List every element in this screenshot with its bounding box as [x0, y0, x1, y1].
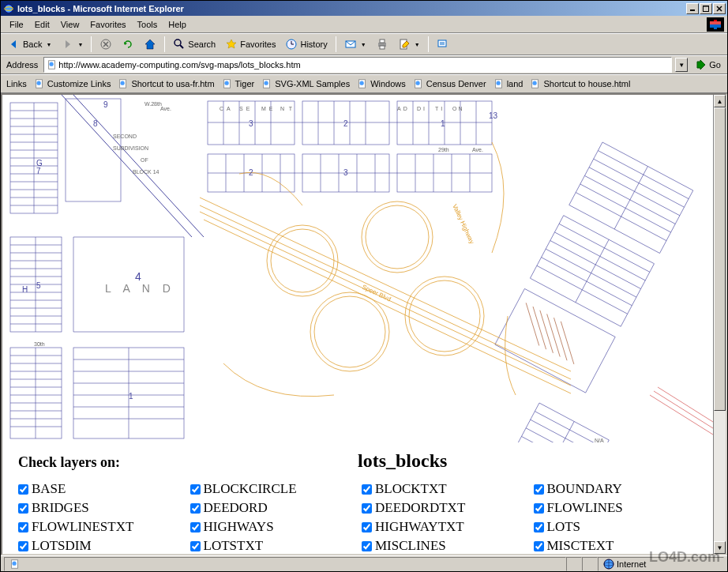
layer-input[interactable] — [534, 541, 544, 551]
svg-line-130 — [594, 159, 685, 207]
layer-input[interactable] — [534, 522, 544, 532]
refresh-button[interactable] — [118, 36, 138, 53]
menu-file[interactable]: File — [4, 18, 29, 31]
link-item-2[interactable]: Tiger — [219, 77, 258, 91]
print-icon — [376, 38, 388, 51]
address-input[interactable] — [58, 60, 670, 70]
svg-text:5: 5 — [36, 281, 41, 290]
layer-input[interactable] — [362, 541, 372, 551]
layer-checkbox-bridges[interactable]: BRIDGES — [18, 500, 182, 516]
layer-checkbox-highways[interactable]: HIGHWAYS — [190, 519, 355, 535]
link-item-1[interactable]: Shortcut to usa-fr.htm — [114, 77, 217, 91]
scroll-thumb[interactable] — [714, 107, 726, 411]
menu-tools[interactable]: Tools — [132, 18, 163, 31]
layer-checkbox-blocktxt[interactable]: BLOCKTXT — [362, 481, 526, 497]
layer-input[interactable] — [362, 522, 372, 532]
svg-line-167 — [521, 436, 591, 442]
link-item-0[interactable]: Customize Links — [31, 77, 114, 91]
svg-point-28 — [36, 81, 40, 85]
layer-input[interactable] — [362, 484, 372, 495]
minimize-button[interactable] — [686, 3, 699, 14]
link-item-7[interactable]: Shortcut to house.html — [527, 77, 633, 91]
mail-icon — [344, 38, 357, 51]
scroll-down-button[interactable]: ▼ — [714, 541, 726, 554]
layer-input[interactable] — [190, 541, 201, 551]
svg-rect-3 — [704, 6, 709, 11]
layer-input[interactable] — [534, 484, 544, 495]
back-button[interactable]: Back ▼ — [4, 36, 55, 53]
link-item-4[interactable]: Windows — [354, 77, 409, 91]
layer-input[interactable] — [190, 484, 201, 495]
svg-text:CA: CA — [220, 106, 234, 111]
svg-line-169 — [654, 391, 713, 428]
layer-label: BRIDGES — [32, 500, 89, 516]
discuss-button[interactable] — [433, 36, 453, 53]
layer-input[interactable] — [190, 503, 201, 514]
favorites-button[interactable]: Favorites — [221, 36, 280, 53]
menu-view[interactable]: View — [55, 18, 85, 31]
layer-input[interactable] — [18, 484, 28, 495]
svg-text:TI: TI — [435, 106, 445, 111]
menu-edit[interactable]: Edit — [29, 18, 55, 31]
maximize-button[interactable] — [700, 3, 712, 14]
layer-input[interactable] — [18, 503, 28, 514]
page-viewport[interactable]: L A N D 4 — [2, 95, 713, 554]
layer-checkbox-deedord[interactable]: DEEDORD — [190, 500, 355, 516]
layer-input[interactable] — [18, 522, 28, 532]
svg-text:30th: 30th — [34, 341, 45, 347]
mail-button[interactable]: ▼ — [340, 36, 370, 53]
scroll-up-button[interactable]: ▲ — [714, 95, 726, 107]
layer-checkbox-boundary[interactable]: BOUNDARY — [534, 481, 698, 497]
search-button[interactable]: Search — [169, 36, 220, 53]
svg-text:G: G — [36, 159, 43, 167]
layer-checkbox-blockcircle[interactable]: BLOCKCIRCLE — [190, 481, 355, 497]
history-button[interactable]: History — [281, 36, 331, 53]
layer-checkbox-misclines[interactable]: MISCLINES — [362, 538, 526, 554]
print-button[interactable] — [372, 36, 392, 53]
app-icon — [2, 2, 15, 15]
forward-button[interactable]: ▼ — [57, 36, 87, 53]
address-dropdown[interactable]: ▼ — [675, 58, 688, 72]
layer-checkbox-lotstxt[interactable]: LOTSTXT — [190, 538, 355, 554]
link-icon — [34, 78, 45, 89]
svg-point-159 — [314, 296, 385, 367]
menu-favorites[interactable]: Favorites — [84, 18, 131, 31]
layer-input[interactable] — [18, 541, 28, 551]
status-pane-1 — [566, 557, 582, 571]
layer-checkbox-misctext[interactable]: MISCTEXT — [534, 538, 698, 554]
discuss-icon — [437, 38, 449, 51]
close-button[interactable] — [713, 3, 726, 14]
link-item-6[interactable]: land — [490, 77, 527, 91]
home-button[interactable] — [140, 36, 160, 53]
page-icon — [46, 58, 58, 71]
svg-text:H: H — [22, 285, 28, 294]
vertical-scrollbar[interactable]: ▲ ▼ — [713, 95, 726, 554]
edit-button[interactable]: ▼ — [394, 36, 424, 53]
layer-input[interactable] — [534, 503, 544, 514]
svg-line-137 — [559, 224, 650, 272]
svg-text:7: 7 — [36, 167, 41, 175]
link-item-3[interactable]: SVG-XML Samples — [258, 77, 353, 91]
layer-checkbox-highwaytxt[interactable]: HIGHWAYTXT — [362, 519, 526, 535]
layer-input[interactable] — [362, 503, 372, 514]
scroll-track[interactable] — [714, 107, 726, 541]
layer-checkbox-lots[interactable]: LOTS — [534, 519, 698, 535]
svg-line-168 — [650, 395, 713, 435]
history-icon — [285, 38, 298, 51]
link-icon — [357, 78, 368, 89]
menu-help[interactable]: Help — [163, 18, 192, 31]
layer-checkbox-deedordtxt[interactable]: DEEDORDTXT — [362, 500, 526, 516]
svg-rect-162 — [517, 403, 609, 442]
stop-button[interactable] — [96, 36, 116, 53]
link-item-5[interactable]: Census Denver — [410, 77, 490, 91]
layer-checkbox-base[interactable]: BASE — [18, 481, 182, 497]
go-button[interactable]: Go — [691, 58, 724, 71]
svg-map[interactable]: L A N D 4 — [2, 95, 713, 442]
svg-text:13: 13 — [489, 111, 498, 120]
layer-checkbox-lotsdim[interactable]: LOTSDIM — [18, 538, 182, 554]
svg-point-0 — [5, 4, 13, 13]
layer-checkbox-flowlinestxt[interactable]: FLOWLINESTXT — [18, 519, 182, 535]
layer-checkbox-flowlines[interactable]: FLOWLINES — [534, 500, 698, 516]
address-field[interactable] — [43, 57, 672, 73]
layer-input[interactable] — [190, 522, 201, 532]
